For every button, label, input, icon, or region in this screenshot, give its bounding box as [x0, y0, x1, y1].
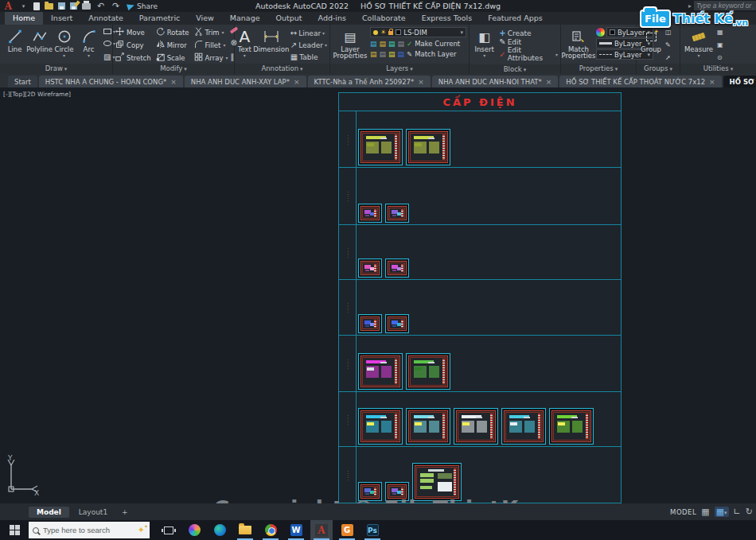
doc-tab-h-s-thi-t-k-c-p-i-n-7x12[interactable]: HỒ SƠ THIẾT KẾ CẤP ĐIỆN 7x12: [723, 76, 756, 87]
close-icon[interactable]: [170, 78, 177, 86]
move-tool[interactable]: Move: [115, 26, 151, 38]
plot-icon[interactable]: [82, 3, 91, 10]
file-explorer-button[interactable]: [234, 520, 256, 540]
task-view-button[interactable]: [158, 520, 180, 540]
drawing-thumbnail[interactable]: [358, 258, 382, 278]
save-as-icon[interactable]: [70, 2, 77, 10]
new-layout-button[interactable]: +: [117, 507, 133, 518]
line-tool[interactable]: Line: [2, 26, 27, 64]
group-edit-tool[interactable]: ✎: [665, 41, 672, 49]
array-tool[interactable]: Array: [194, 52, 228, 64]
close-icon[interactable]: [294, 78, 300, 86]
measure-button[interactable]: Measure: [683, 26, 715, 64]
drawing-thumbnail[interactable]: [406, 353, 450, 390]
match-properties-button[interactable]: Match Properties: [563, 26, 594, 64]
text-tool[interactable]: A Text: [237, 26, 252, 64]
drawing-canvas[interactable]: [-][Top][2D Wireframe] CẤP ĐIỆN ········…: [0, 87, 756, 503]
new-file-icon[interactable]: [33, 2, 40, 10]
taskbar-search[interactable]: [29, 522, 150, 538]
doc-tab-nha-anh-duc-anh-noi-that[interactable]: NHA ANH DUC ANH-NOI THAT*: [432, 76, 559, 87]
redo-icon[interactable]: ↷: [111, 2, 121, 10]
layout1-tab[interactable]: Layout1: [71, 507, 115, 518]
word-button[interactable]: W: [285, 520, 307, 540]
ribbon-tab-parametric[interactable]: Parametric: [131, 12, 188, 25]
ribbon-tab-insert[interactable]: Insert: [43, 12, 80, 25]
model-space-button[interactable]: MODEL: [670, 508, 696, 516]
group-button[interactable]: Group: [639, 26, 663, 64]
layer-properties-button[interactable]: ▤ Layer Properties: [333, 26, 368, 64]
share-button[interactable]: Share: [127, 2, 158, 10]
doc-tab-hstc-nha-a-chung-hoan-cong[interactable]: HSTC NHA A CHUNG - HOAN CONG*: [39, 76, 183, 87]
viewport-controls[interactable]: [-][Top][2D Wireframe]: [3, 91, 71, 98]
rotate-tool[interactable]: Rotate: [156, 26, 189, 38]
dimension-tool[interactable]: Dimension: [255, 26, 288, 64]
polyline-tool[interactable]: Polyline: [27, 26, 52, 64]
ribbon-tab-view[interactable]: View: [188, 12, 222, 25]
drawing-thumbnail[interactable]: [358, 204, 382, 223]
photoshop-button[interactable]: Ps: [361, 520, 384, 540]
autocad-logo-icon[interactable]: A: [3, 2, 14, 10]
ribbon-tab-collaborate[interactable]: Collaborate: [354, 12, 414, 25]
drawing-thumbnail[interactable]: [358, 353, 403, 390]
ribbon-tab-annotate[interactable]: Annotate: [80, 12, 131, 25]
layer-dropdown[interactable]: ☀ LS-DIM ▾: [370, 27, 466, 37]
drawing-thumbnail[interactable]: [358, 129, 403, 165]
g-app-button[interactable]: G: [336, 520, 358, 540]
panel-label-draw[interactable]: Draw▾: [0, 64, 112, 74]
snap-mode-icon[interactable]: ▦▾: [715, 507, 729, 517]
panel-label-modify[interactable]: Modify▾: [113, 64, 234, 74]
ribbon-tab-featured-apps[interactable]: Featured Apps: [480, 12, 550, 25]
insert-block-button[interactable]: ◧ Insert: [472, 26, 497, 64]
arc-tool[interactable]: Arc: [76, 26, 101, 64]
drawing-thumbnail[interactable]: [358, 314, 382, 333]
panel-label-properties[interactable]: Properties▾: [561, 64, 636, 74]
ungroup-tool[interactable]: ◫: [665, 29, 672, 36]
undo-icon[interactable]: ↶: [95, 2, 106, 10]
ribbon-tab-manage[interactable]: Manage: [222, 12, 268, 25]
drawing-thumbnail[interactable]: [454, 408, 498, 445]
menu-caret-icon[interactable]: [18, 2, 29, 10]
doc-tab-kttc-nh-a-th-anh-250927[interactable]: KTTC-Nhà a Thế Anh 250927*: [308, 76, 431, 87]
save-icon[interactable]: [58, 2, 65, 10]
leader-tool[interactable]: ↗Leader: [290, 41, 327, 49]
drawing-thumbnail[interactable]: [406, 408, 450, 445]
match-layer-tool[interactable]: ▤ ▤ ▤ ▤ ✎ Match Layer: [370, 50, 466, 58]
dynamic-input-icon[interactable]: ↻: [746, 507, 753, 517]
make-current-tool[interactable]: ▤ ▤ ▤ ▤ ✓ Make Current: [370, 40, 466, 48]
drawing-thumbnail[interactable]: [385, 204, 409, 223]
ribbon-tab-add-ins[interactable]: Add-ins: [310, 12, 354, 25]
panel-label-layers[interactable]: Layers▾: [330, 64, 469, 74]
stretch-tool[interactable]: Stretch: [115, 52, 151, 64]
circle-tool[interactable]: Circle: [52, 26, 76, 64]
isometric-drafting-icon[interactable]: ∟: [734, 507, 741, 517]
start-button[interactable]: [0, 520, 29, 540]
drawing-thumbnail[interactable]: [406, 129, 450, 165]
copilot-button[interactable]: [183, 520, 205, 540]
table-tool[interactable]: ▦Table: [290, 52, 327, 61]
mirror-tool[interactable]: Mirror: [156, 39, 189, 51]
group-select-tool[interactable]: ➚: [665, 54, 672, 61]
doc-tab-start[interactable]: Start: [8, 76, 37, 87]
close-icon[interactable]: [709, 78, 715, 86]
drawing-thumbnail[interactable]: [501, 408, 546, 445]
edit-attributes-tool[interactable]: ✓Edit Attributes: [499, 46, 558, 62]
linear-tool[interactable]: ↔Linear: [290, 29, 327, 37]
model-tab[interactable]: Model: [29, 507, 69, 518]
edit-block-tool[interactable]: ✎Edit: [499, 37, 558, 46]
doc-tab-h-s-thi-t-k-c-p-tho-t-n-c-7x12[interactable]: HỒ SƠ THIẾT KẾ CẤP THOÁT NƯỚC 7x12: [559, 76, 721, 87]
scale-tool[interactable]: Scale: [156, 52, 189, 64]
doc-tab-nha-anh-duc-anh-xay-lap[interactable]: NHA ANH DUC ANH-XAY LAP*: [185, 76, 306, 87]
close-icon[interactable]: [546, 78, 552, 86]
grid-display-icon[interactable]: ▦: [701, 507, 709, 517]
point-tool[interactable]: ⊙: [717, 54, 723, 61]
copy-tool[interactable]: Copy: [115, 39, 151, 51]
drawing-thumbnail[interactable]: [549, 408, 594, 445]
autocad-button[interactable]: A: [310, 520, 333, 540]
quick-calc-tool[interactable]: ▣: [717, 41, 723, 49]
drawing-thumbnail[interactable]: [412, 463, 462, 501]
create-block-tool[interactable]: +Create: [499, 29, 558, 37]
panel-label-annotation[interactable]: Annotation▾: [235, 64, 329, 74]
open-folder-icon[interactable]: [45, 3, 53, 10]
chrome-button[interactable]: [259, 520, 282, 540]
quick-select-tool[interactable]: ▦: [717, 29, 723, 36]
